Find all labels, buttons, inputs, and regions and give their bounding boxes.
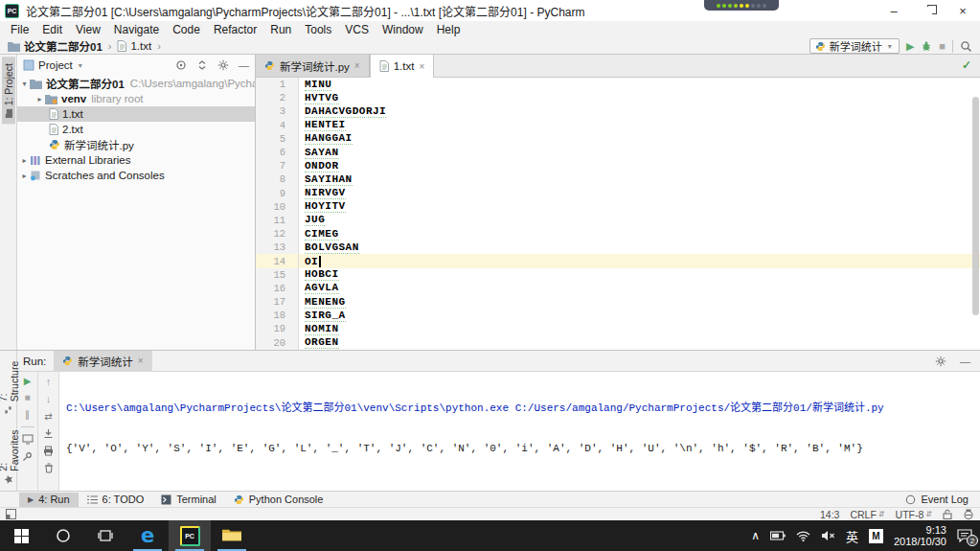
- menu-edit[interactable]: Edit: [35, 23, 69, 36]
- expander-icon[interactable]: ▾: [19, 80, 30, 88]
- breadcrumb-file[interactable]: 1.txt: [130, 40, 151, 52]
- ime-mode-indicator[interactable]: M: [869, 529, 883, 543]
- restore-button[interactable]: [911, 0, 946, 21]
- editor-tab-python[interactable]: 新学词统计.py ×: [256, 55, 370, 77]
- tree-item-1txt[interactable]: 1.txt: [17, 106, 255, 122]
- pycharm-taskbar-button[interactable]: PC: [169, 520, 211, 551]
- restore-layout-icon[interactable]: [22, 434, 34, 445]
- menu-code[interactable]: Code: [166, 23, 207, 36]
- expander-icon[interactable]: ▸: [34, 95, 45, 103]
- line-text: HVTVG: [305, 92, 339, 104]
- line-number: 14: [256, 254, 299, 267]
- tool-tab-project-label: 1: Project: [3, 63, 14, 105]
- editor-line: 6SAYAN: [256, 146, 980, 159]
- run-configuration-select[interactable]: 新学词统计 ▾: [809, 38, 900, 54]
- tree-item-python-file[interactable]: 新学词统计.py: [17, 137, 255, 152]
- encoding-select[interactable]: UTF-8 ⇵: [896, 509, 932, 520]
- inspections-ok-icon[interactable]: ✓: [962, 58, 971, 72]
- editor-line: 3DAHACVGDORJI: [256, 104, 980, 118]
- editor-tab-1txt[interactable]: 1.txt ×: [370, 55, 435, 78]
- expander-icon[interactable]: ▸: [19, 156, 30, 165]
- action-center-button[interactable]: 2: [957, 529, 972, 542]
- trash-icon[interactable]: [44, 463, 54, 473]
- battery-icon[interactable]: [770, 531, 786, 540]
- overlay-dot: [740, 4, 743, 8]
- line-separator-select[interactable]: CRLF ⇵: [850, 509, 884, 520]
- search-everywhere-button[interactable]: [960, 40, 972, 53]
- taskbar-clock[interactable]: 9:13 2018/10/30: [894, 524, 946, 548]
- wifi-icon[interactable]: [796, 531, 810, 541]
- gear-icon[interactable]: [935, 356, 946, 367]
- edge-taskbar-button[interactable]: e: [126, 520, 169, 551]
- tool-tab-favorites[interactable]: 2: Favorites: [0, 420, 21, 491]
- menu-help[interactable]: Help: [430, 23, 467, 36]
- tool-tab-structure[interactable]: 7: Structure: [0, 351, 21, 420]
- event-log-button[interactable]: Event Log: [905, 494, 969, 505]
- stop-button[interactable]: ■: [24, 393, 30, 402]
- tool-tab-run[interactable]: ▶ 4: Run: [19, 493, 79, 507]
- tool-tab-python-console[interactable]: Python Console: [225, 493, 332, 507]
- up-stack-trace-button[interactable]: ↑: [46, 377, 52, 387]
- collapse-all-icon[interactable]: [196, 59, 208, 71]
- project-panel-header: Project ▾ —: [17, 55, 255, 76]
- tree-item-scratches[interactable]: ▸ Scratches and Consoles: [17, 168, 255, 183]
- rerun-button[interactable]: ▶: [24, 377, 32, 386]
- minimize-button[interactable]: –: [877, 0, 911, 21]
- ime-language-indicator[interactable]: 英: [846, 527, 858, 545]
- task-view-button[interactable]: [84, 520, 126, 551]
- soft-wrap-button[interactable]: ⇄: [44, 411, 52, 422]
- stop-button[interactable]: ■: [939, 41, 946, 52]
- close-icon[interactable]: ×: [419, 61, 424, 72]
- lock-icon[interactable]: [943, 509, 952, 519]
- menu-view[interactable]: View: [69, 23, 107, 36]
- tool-tab-terminal[interactable]: Terminal: [152, 493, 225, 507]
- volume-muted-icon[interactable]: [821, 530, 835, 541]
- tray-expand-chevron[interactable]: ∧: [751, 529, 760, 542]
- caret-position[interactable]: 14:3: [820, 509, 839, 520]
- breadcrumb-project[interactable]: 论文第二部分01: [24, 38, 103, 54]
- tree-item-venv[interactable]: ▸ venv library root: [17, 91, 255, 106]
- pin-icon[interactable]: [22, 451, 33, 462]
- tool-tab-todo[interactable]: 6: TODO: [79, 493, 153, 507]
- tree-item-project-root[interactable]: ▾ 论文第二部分01 C:\Users\amgalang\PycharmProj…: [17, 76, 255, 91]
- close-button[interactable]: ×: [946, 0, 980, 21]
- hide-panel-button[interactable]: —: [960, 356, 970, 367]
- menu-file[interactable]: File: [4, 23, 35, 36]
- down-stack-trace-button[interactable]: ↓: [46, 394, 52, 404]
- menu-tools[interactable]: Tools: [298, 23, 338, 36]
- menu-vcs[interactable]: VCS: [338, 23, 376, 36]
- navigation-bar: 论文第二部分01 › 1.txt › 新学词统计 ▾ ▶ ■: [0, 38, 980, 55]
- tool-tab-project[interactable]: 1: Project: [2, 57, 15, 124]
- tree-item-external-libraries[interactable]: ▸ External Libraries: [17, 152, 255, 168]
- hide-panel-button[interactable]: —: [239, 59, 249, 71]
- tree-item-label: 2.txt: [62, 124, 83, 135]
- run-console-tab[interactable]: 新学词统计 ×: [54, 351, 151, 372]
- scroll-to-end-icon[interactable]: [43, 428, 54, 439]
- tree-item-2txt[interactable]: 2.txt: [17, 122, 255, 137]
- tool-window-switcher-icon[interactable]: [6, 509, 16, 519]
- explorer-taskbar-button[interactable]: [211, 520, 253, 551]
- line-text: OI: [305, 256, 318, 267]
- debug-button[interactable]: [921, 40, 932, 52]
- line-number: 15: [256, 268, 299, 282]
- menu-refactor[interactable]: Refactor: [207, 23, 263, 36]
- start-button[interactable]: [0, 520, 42, 551]
- editor-scrollbar[interactable]: [972, 97, 979, 315]
- close-icon[interactable]: ×: [354, 60, 360, 71]
- event-log-label: Event Log: [921, 494, 969, 505]
- menu-window[interactable]: Window: [376, 23, 430, 36]
- menu-navigate[interactable]: Navigate: [107, 23, 166, 36]
- print-icon[interactable]: [43, 446, 54, 456]
- expander-icon[interactable]: ▸: [19, 172, 30, 180]
- run-button[interactable]: ▶: [906, 41, 914, 52]
- editor-content[interactable]: 1MINU 2HVTVG 3DAHACVGDORJI 4HENTEI 5HANG…: [256, 78, 980, 350]
- gear-icon[interactable]: [217, 59, 229, 71]
- close-icon[interactable]: ×: [138, 356, 144, 366]
- project-view-dropdown[interactable]: Project: [38, 59, 73, 71]
- inspections-profile-icon[interactable]: [963, 509, 974, 519]
- run-console-output[interactable]: C:\Users\amgalang\PycharmProjects\论文第二部分…: [59, 372, 980, 491]
- locate-file-icon[interactable]: [175, 59, 187, 71]
- menu-run[interactable]: Run: [263, 23, 298, 36]
- pause-output-button[interactable]: ∥: [25, 409, 30, 420]
- cortana-search-button[interactable]: [42, 520, 84, 551]
